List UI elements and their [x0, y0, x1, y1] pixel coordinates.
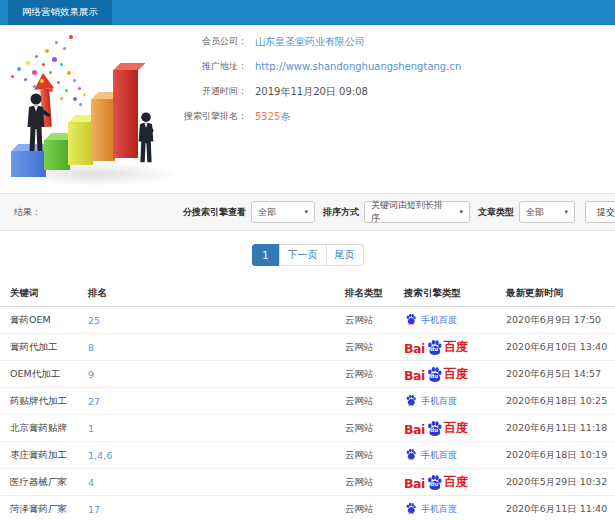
- baidu-logo-bai: Bai: [404, 422, 425, 437]
- rank-link[interactable]: 1,4,6: [88, 450, 345, 461]
- table-row: OEM代加工 9 云网站 百度 Bai: [0, 361, 615, 388]
- confetti-dot: [17, 67, 21, 71]
- confetti-dot: [40, 79, 44, 83]
- page-1-button[interactable]: 1: [252, 244, 280, 266]
- confetti-dot: [63, 47, 66, 50]
- engine-type-cell: 手机百度 Bai du 百度: [404, 394, 506, 409]
- rank-link[interactable]: 1: [88, 423, 345, 434]
- updated-time-cell: 2020年6月11日 11:40: [506, 503, 615, 516]
- confetti-dot: [69, 35, 73, 39]
- baidu-logo-du: du: [430, 427, 438, 433]
- chevron-down-icon: ▾: [451, 208, 463, 216]
- sort-select[interactable]: 关键词由短到长排序 ▾: [364, 201, 470, 223]
- mobile-baidu-label: 手机百度: [421, 314, 457, 327]
- article-type-select-value: 全部: [526, 206, 544, 219]
- tab-label: 网络营销效果展示: [22, 6, 98, 19]
- confetti-dot: [49, 88, 53, 92]
- engine-type-cell: 百度 Bai du 百度: [404, 339, 506, 356]
- baidu-paw-icon: du: [426, 339, 443, 356]
- keyword-cell: 菏泽膏药厂家: [10, 503, 88, 516]
- engine-type-cell: 手机百度 Bai du 百度: [404, 502, 506, 517]
- rank-type-cell: 云网站: [345, 395, 404, 408]
- confetti-dot: [65, 89, 68, 92]
- tab-marketing-results[interactable]: 网络营销效果展示: [8, 0, 112, 25]
- col-header-engine-type: 搜索引擎类型: [404, 287, 506, 300]
- rank-type-cell: 云网站: [345, 422, 404, 435]
- table-row: 膏药代加工 8 云网站 百度 Bai: [0, 334, 615, 361]
- rank-type-cell: 云网站: [345, 314, 404, 327]
- article-type-select[interactable]: 全部 ▾: [519, 201, 575, 223]
- member-company-link[interactable]: 山东皇圣堂药业有限公司: [255, 35, 365, 49]
- engine-type-cell: 百度 Bai du 百度: [404, 420, 506, 437]
- col-header-rank: 排名: [88, 287, 345, 300]
- filter-bar: 结果： 分搜索引擎查看 全部 ▾ 排序方式 关键词由短到长排序 ▾ 文章类型 全…: [0, 193, 615, 231]
- engine-type-cell: 手机百度 Bai du 百度: [404, 313, 506, 328]
- confetti-dot: [35, 55, 38, 58]
- confetti-dot: [24, 78, 27, 81]
- mobile-baidu-label: 手机百度: [421, 395, 457, 408]
- keyword-cell: 医疗器械厂家: [10, 476, 88, 489]
- col-header-updated: 最新更新时间: [506, 287, 615, 300]
- rank-type-cell: 云网站: [345, 476, 404, 489]
- baidu-logo: Bai du 百度: [404, 339, 468, 356]
- rank-link[interactable]: 17: [88, 504, 345, 515]
- engine-type-cell: 手机百度 Bai du 百度: [404, 448, 506, 463]
- keyword-cell: 药贴牌代加工: [10, 395, 88, 408]
- chart-bar: [68, 122, 93, 165]
- rank-type-cell: 云网站: [345, 449, 404, 462]
- rank-link[interactable]: 27: [88, 396, 345, 407]
- updated-time-cell: 2020年5月29日 10:32: [506, 476, 615, 489]
- table-header-row: 关键词 排名 排名类型 搜索引擎类型 最新更新时间: [0, 281, 615, 307]
- baidu-logo-du: du: [430, 373, 438, 379]
- updated-time-cell: 2020年6月10日 13:40: [506, 341, 615, 354]
- ranking-count-unit[interactable]: 条: [280, 111, 290, 122]
- next-page-button[interactable]: 下一页: [279, 244, 327, 266]
- updated-time-cell: 2020年6月9日 17:50: [506, 314, 615, 327]
- pagination: 1 下一页 尾页: [0, 244, 615, 266]
- engine-select-value: 全部: [258, 206, 276, 219]
- baidu-logo-bai: Bai: [404, 368, 425, 383]
- mobile-baidu-logo: 手机百度: [404, 394, 457, 409]
- ranking-count-value: 5325条: [255, 110, 290, 124]
- table-row: 枣庄膏药加工 1,4,6 云网站 手机百度 Bai: [0, 442, 615, 469]
- keyword-cell: 北京膏药贴牌: [10, 422, 88, 435]
- rank-type-cell: 云网站: [345, 503, 404, 516]
- confetti-dot: [32, 70, 37, 75]
- updated-time-cell: 2020年6月18日 10:25: [506, 395, 615, 408]
- confetti-dot: [52, 57, 57, 62]
- confetti-dot: [60, 97, 63, 100]
- mobile-baidu-logo: 手机百度: [404, 502, 457, 517]
- businessman-right-figure: [133, 109, 159, 171]
- rank-link[interactable]: 25: [88, 315, 345, 326]
- chart-bar: [91, 99, 115, 161]
- filter-controls: 分搜索引擎查看 全部 ▾ 排序方式 关键词由短到长排序 ▾ 文章类型 全部 ▾ …: [175, 201, 615, 223]
- mobile-baidu-logo: 手机百度: [404, 448, 457, 463]
- top-bar: 网络营销效果展示: [0, 0, 615, 25]
- businessman-left-figure: [21, 93, 51, 157]
- table-row: 北京膏药贴牌 1 云网站 百度 Bai: [0, 415, 615, 442]
- baidu-logo-du: du: [430, 346, 438, 352]
- baidu-logo-cn: 百度: [444, 339, 468, 356]
- keyword-rank-table: 关键词 排名 排名类型 搜索引擎类型 最新更新时间 膏药OEM 25 云网站: [0, 281, 615, 520]
- last-page-button[interactable]: 尾页: [326, 244, 364, 266]
- promotion-url-link[interactable]: http://www.shandonghuangshengtang.cn: [255, 61, 461, 72]
- rank-link[interactable]: 4: [88, 477, 345, 488]
- confetti-dot: [26, 61, 30, 65]
- updated-time-cell: 2020年6月5日 14:57: [506, 368, 615, 381]
- opening-time-value: 2019年11月20日 09:08: [255, 85, 368, 99]
- engine-select[interactable]: 全部 ▾: [251, 201, 315, 223]
- table-row: 医疗器械厂家 4 云网站 百度 Bai: [0, 469, 615, 496]
- rank-type-cell: 云网站: [345, 341, 404, 354]
- table-row: 菏泽膏药厂家 17 云网站 手机百度 Bai: [0, 496, 615, 520]
- table-body: 膏药OEM 25 云网站 手机百度 Bai: [0, 307, 615, 520]
- rank-link[interactable]: 8: [88, 342, 345, 353]
- confetti-dot: [55, 41, 58, 44]
- rank-link[interactable]: 9: [88, 369, 345, 380]
- baidu-paw-icon: du: [426, 420, 443, 437]
- mobile-baidu-logo: 手机百度: [404, 313, 457, 328]
- keyword-cell: OEM代加工: [10, 368, 88, 381]
- keyword-cell: 枣庄膏药加工: [10, 449, 88, 462]
- submit-button[interactable]: 提交: [585, 201, 615, 223]
- confetti-dot: [45, 49, 49, 53]
- sort-select-value: 关键词由短到长排序: [371, 199, 451, 225]
